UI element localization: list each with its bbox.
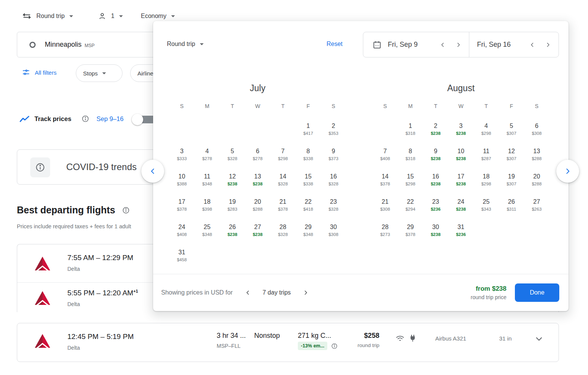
passengers-dropdown[interactable]: 1 bbox=[98, 10, 123, 22]
stops-filter-button[interactable]: Stops bbox=[76, 64, 122, 82]
calendar-day-cell[interactable]: 22$294 bbox=[398, 190, 423, 216]
calendar-day-cell[interactable]: 7$408 bbox=[372, 140, 398, 165]
calendar-day-cell[interactable]: 25$348 bbox=[194, 216, 220, 241]
day-number: 29 bbox=[398, 223, 423, 231]
calendar-day-cell[interactable]: 8$318 bbox=[398, 140, 423, 165]
calendar-day-cell[interactable]: 2$353 bbox=[321, 115, 346, 140]
trip-length-prev-chevron[interactable] bbox=[243, 288, 253, 298]
calendar-day-cell[interactable]: 29$378 bbox=[398, 216, 423, 241]
calendar-day-cell[interactable]: 10$238 bbox=[448, 140, 474, 165]
calendar-day-cell[interactable]: 18$398 bbox=[194, 190, 220, 216]
calendar-day-cell[interactable]: 25$343 bbox=[474, 190, 499, 216]
departure-date-field[interactable]: Fri, Sep 9 bbox=[363, 32, 469, 57]
calendar-day-cell[interactable]: 10$388 bbox=[169, 165, 194, 190]
calendar-day-cell[interactable]: 14$328 bbox=[270, 165, 296, 190]
day-number: 4 bbox=[194, 147, 220, 156]
next-months-button[interactable] bbox=[556, 160, 579, 183]
calendar-day-cell[interactable]: 18$298 bbox=[474, 165, 499, 190]
calendar-day-cell[interactable]: 2$238 bbox=[423, 115, 448, 140]
calendar-day-cell[interactable]: 6$308 bbox=[524, 115, 549, 140]
calendar-day-cell[interactable]: 16$238 bbox=[423, 165, 448, 190]
calendar-day-cell[interactable]: 20$288 bbox=[524, 165, 549, 190]
calendar-day-cell[interactable]: 5$328 bbox=[220, 140, 245, 165]
calendar-day-cell[interactable]: 31$236 bbox=[448, 216, 474, 241]
calendar-day-cell[interactable]: 27$263 bbox=[524, 190, 549, 216]
calendar-day-cell[interactable]: 22$418 bbox=[296, 190, 321, 216]
day-number: 18 bbox=[474, 172, 499, 181]
weekday-label: T bbox=[220, 98, 245, 115]
aircraft-type: Airbus A321 bbox=[435, 335, 466, 342]
calendar-day-cell[interactable]: 9$373 bbox=[321, 140, 346, 165]
weekday-label: W bbox=[448, 98, 474, 115]
weekday-label: S bbox=[169, 98, 194, 115]
calendar-day-cell[interactable]: 23$328 bbox=[321, 190, 346, 216]
info-icon[interactable] bbox=[82, 115, 89, 123]
calendar-day-cell[interactable]: 7$298 bbox=[270, 140, 296, 165]
from-price-subtitle: round trip price bbox=[471, 294, 506, 300]
day-number: 3 bbox=[448, 122, 474, 130]
calendar-day-cell[interactable]: 13$238 bbox=[245, 165, 270, 190]
calendar-day-cell[interactable]: 8$338 bbox=[296, 140, 321, 165]
track-dates-link[interactable]: Sep 9–16 bbox=[96, 115, 124, 123]
calendar-day-cell[interactable]: 24$408 bbox=[169, 216, 194, 241]
calendar-day-cell[interactable]: 19$283 bbox=[220, 190, 245, 216]
info-icon[interactable] bbox=[331, 343, 338, 349]
delta-logo bbox=[35, 334, 50, 348]
calendar-day-cell[interactable]: 9$238 bbox=[423, 140, 448, 165]
person-icon bbox=[98, 12, 106, 20]
all-filters-button[interactable]: All filters bbox=[22, 68, 57, 77]
flight-row[interactable]: 12:45 PM – 5:19 PM Delta 3 hr 34 ... MSP… bbox=[17, 323, 559, 362]
calendar-day-cell[interactable]: 28$328 bbox=[270, 216, 296, 241]
calendar-day-cell[interactable]: 3$238 bbox=[448, 115, 474, 140]
departure-date-prev-chevron[interactable] bbox=[438, 40, 448, 50]
calendar-day-cell[interactable]: 26$238 bbox=[220, 216, 245, 241]
info-icon[interactable] bbox=[122, 206, 130, 214]
calendar-day-cell[interactable]: 29$348 bbox=[296, 216, 321, 241]
return-date-field[interactable]: Fri, Sep 16 bbox=[469, 32, 559, 57]
calendar-day-cell[interactable]: 27$238 bbox=[245, 216, 270, 241]
cabin-class-dropdown[interactable]: Economy bbox=[141, 10, 175, 22]
calendar-day-cell[interactable]: 1$318 bbox=[398, 115, 423, 140]
month-title: July bbox=[169, 79, 346, 98]
calendar-day-cell[interactable]: 15$298 bbox=[398, 165, 423, 190]
calendar-day-cell[interactable]: 31$458 bbox=[169, 241, 194, 266]
calendar-day-cell[interactable]: 28$273 bbox=[372, 216, 398, 241]
expand-flight-chevron[interactable] bbox=[533, 333, 545, 345]
calendar-day-cell[interactable]: 16$328 bbox=[321, 165, 346, 190]
calendar-day-cell[interactable]: 4$298 bbox=[474, 115, 499, 140]
calendar-day-cell[interactable]: 26$311 bbox=[499, 190, 524, 216]
calendar-day-cell[interactable]: 21$308 bbox=[372, 190, 398, 216]
calendar-day-cell[interactable]: 20$288 bbox=[245, 190, 270, 216]
calendar-day-cell[interactable]: 4$278 bbox=[194, 140, 220, 165]
calendar-day-cell[interactable]: 13$288 bbox=[524, 140, 549, 165]
calendar-day-cell[interactable]: 23$236 bbox=[423, 190, 448, 216]
return-date-next-chevron[interactable] bbox=[543, 40, 553, 50]
calendar-day-cell[interactable]: 17$238 bbox=[448, 165, 474, 190]
calendar-day-cell[interactable]: 6$278 bbox=[245, 140, 270, 165]
reset-button[interactable]: Reset bbox=[327, 41, 343, 47]
calendar-day-cell[interactable]: 11$348 bbox=[194, 165, 220, 190]
calendar-day-cell[interactable]: 5$307 bbox=[499, 115, 524, 140]
flight-airline: Delta bbox=[67, 266, 80, 272]
return-date-prev-chevron[interactable] bbox=[527, 40, 537, 50]
done-button[interactable]: Done bbox=[515, 283, 559, 302]
trip-type-dropdown[interactable]: Round trip bbox=[22, 10, 73, 22]
calendar-day-cell[interactable]: 21$378 bbox=[270, 190, 296, 216]
calendar-day-cell[interactable]: 12$238 bbox=[220, 165, 245, 190]
calendar-day-cell[interactable]: 30$238 bbox=[423, 216, 448, 241]
calendar-day-cell[interactable]: 1$417 bbox=[296, 115, 321, 140]
calendar-footer: Showing prices in USD for 7 day trips fr… bbox=[153, 274, 568, 311]
departure-date-next-chevron[interactable] bbox=[454, 40, 464, 50]
calendar-day-cell[interactable]: 17$378 bbox=[169, 190, 194, 216]
calendar-day-cell[interactable]: 30$308 bbox=[321, 216, 346, 241]
trip-length-next-chevron[interactable] bbox=[301, 288, 311, 298]
calendar-day-cell[interactable]: 3$333 bbox=[169, 140, 194, 165]
previous-months-button[interactable] bbox=[141, 160, 164, 183]
calendar-day-cell[interactable]: 12$307 bbox=[499, 140, 524, 165]
calendar-day-cell[interactable]: 15$338 bbox=[296, 165, 321, 190]
calendar-trip-type-dropdown[interactable]: Round trip bbox=[167, 41, 204, 47]
calendar-day-cell[interactable]: 24$238 bbox=[448, 190, 474, 216]
calendar-day-cell[interactable]: 19$307 bbox=[499, 165, 524, 190]
calendar-day-cell[interactable]: 14$378 bbox=[372, 165, 398, 190]
calendar-day-cell[interactable]: 11$287 bbox=[474, 140, 499, 165]
